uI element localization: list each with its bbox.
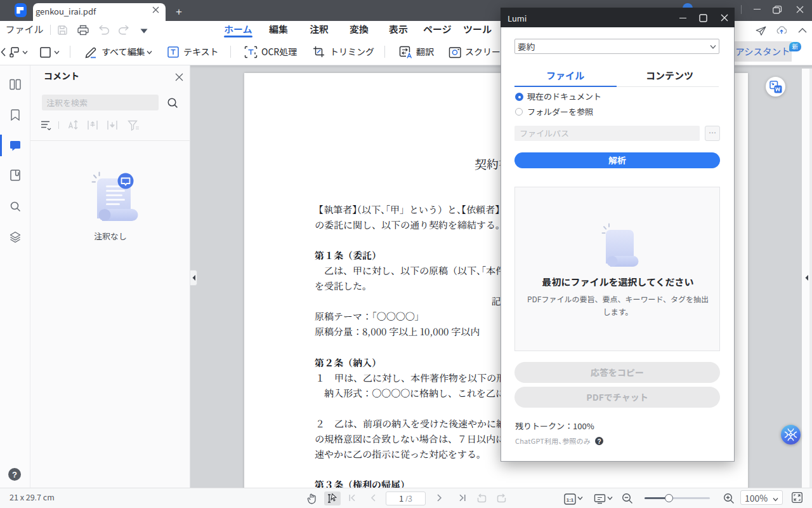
svg-text:1:1: 1:1: [566, 497, 574, 503]
